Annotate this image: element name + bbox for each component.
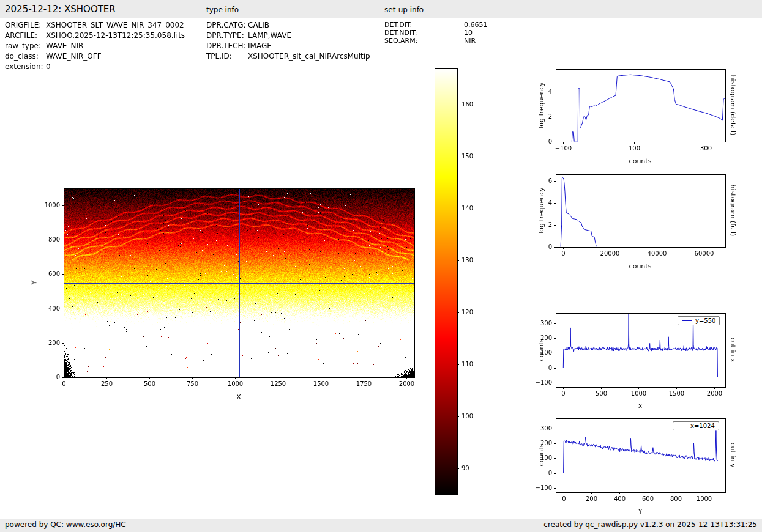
- meta-row-origfile: ORIGFILE:XSHOOTER_SLT_WAVE_NIR_347_0002: [5, 20, 185, 31]
- type-info-block: DPR.CATG:CALIB DPR.TYPE:LAMP,WAVE DPR.TE…: [206, 20, 370, 62]
- histogram-detail-side-label: histogram (detail): [729, 75, 737, 136]
- meta-row-dpr-tech: DPR.TECH:IMAGE: [206, 41, 370, 51]
- meta-value: WAVE_NIR_OFF: [46, 51, 102, 62]
- footer-credit-left: powered by QC: www.eso.org/HC: [5, 520, 126, 529]
- histogram-full-side-label: histogram (full): [729, 185, 737, 237]
- header-bar: 2025-12-12: XSHOOTER type info set-up in…: [0, 0, 762, 18]
- meta-row-extension: extension:0: [5, 62, 185, 72]
- meta-value: XSHOO.2025-12-13T12:25:35.058.fits: [46, 31, 185, 41]
- meta-row-dpr-type: DPR.TYPE:LAMP,WAVE: [206, 31, 370, 41]
- meta-value: 10: [464, 29, 473, 37]
- cut-in-y-side-label: cut in y: [729, 443, 737, 468]
- meta-label: DPR.TECH:: [206, 41, 248, 51]
- meta-label: ORIGFILE:: [5, 20, 46, 31]
- meta-value: NIR: [464, 37, 476, 45]
- setup-info-heading: set-up info: [384, 6, 424, 14]
- meta-row-raw-type: raw_type:WAVE_NIR: [5, 41, 185, 51]
- setup-info-block: DET.DIT:0.6651 DET.NDIT:10 SEQ.ARM:NIR: [384, 21, 488, 45]
- type-info-heading: type info: [206, 6, 239, 14]
- legend-line-sample-icon: [682, 320, 692, 321]
- meta-row-dpr-catg: DPR.CATG:CALIB: [206, 20, 370, 31]
- meta-label: do_class:: [5, 51, 46, 62]
- cut-in-x-x-label: X: [638, 402, 643, 410]
- cut-in-y-x-label: Y: [638, 508, 643, 515]
- meta-label: DPR.TYPE:: [206, 31, 248, 41]
- meta-row-arcfile: ARCFILE:XSHOO.2025-12-13T12:25:35.058.fi…: [5, 31, 185, 41]
- legend-cut-in-y: x=1024: [673, 421, 719, 430]
- legend-cut-in-x: y=550: [678, 316, 720, 325]
- legend-line-sample-icon: [677, 426, 687, 426]
- meta-label: TPL.ID:: [206, 51, 248, 62]
- qc-report-page: 2025-12-12: XSHOOTER type info set-up in…: [0, 0, 762, 532]
- page-title: 2025-12-12: XSHOOTER: [5, 4, 116, 15]
- meta-value: WAVE_NIR: [46, 41, 83, 51]
- meta-value: XSHOOTER_SLT_WAVE_NIR_347_0002: [46, 20, 184, 31]
- detector-x-axis-label: X: [236, 393, 241, 401]
- meta-label: SEQ.ARM:: [384, 37, 464, 45]
- meta-row-det-dit: DET.DIT:0.6651: [384, 21, 488, 29]
- histogram-detail-y-label: log frequency: [537, 82, 545, 128]
- cut-in-x-side-label: cut in x: [729, 338, 737, 363]
- meta-row-do-class: do_class:WAVE_NIR_OFF: [5, 51, 185, 62]
- meta-label: DET.NDIT:: [384, 29, 464, 37]
- histogram-full-x-label: counts: [629, 262, 652, 270]
- legend-label: x=1024: [690, 423, 715, 429]
- footer-credit-right: created by qc_rawdisp.py v1.2.3 on 2025-…: [543, 520, 757, 529]
- meta-value: 0: [46, 62, 51, 72]
- meta-value: CALIB: [248, 20, 269, 31]
- meta-label: DPR.CATG:: [206, 20, 248, 31]
- meta-row-det-ndit: DET.NDIT:10: [384, 29, 488, 37]
- histogram-full-y-label: log frequency: [537, 187, 545, 233]
- meta-row-tpl-id: TPL.ID:XSHOOTER_slt_cal_NIRArcsMultip: [206, 51, 370, 62]
- legend-label: y=550: [695, 317, 715, 324]
- meta-value: XSHOOTER_slt_cal_NIRArcsMultip: [248, 51, 370, 62]
- meta-value: 0.6651: [464, 21, 488, 29]
- cut-in-y-y-label: counts: [537, 444, 545, 467]
- meta-label: extension:: [5, 62, 46, 72]
- meta-label: raw_type:: [5, 41, 46, 51]
- cut-in-x-y-label: counts: [537, 339, 545, 361]
- file-info-block: ORIGFILE:XSHOOTER_SLT_WAVE_NIR_347_0002 …: [5, 20, 185, 72]
- meta-label: ARCFILE:: [5, 31, 46, 41]
- meta-value: IMAGE: [248, 41, 272, 51]
- meta-value: LAMP,WAVE: [248, 31, 291, 41]
- histogram-detail-x-label: counts: [629, 157, 652, 165]
- meta-label: DET.DIT:: [384, 21, 464, 29]
- footer-bar: powered by QC: www.eso.org/HC created by…: [0, 519, 762, 532]
- detector-y-axis-label: Y: [31, 281, 39, 285]
- meta-row-seq-arm: SEQ.ARM:NIR: [384, 37, 488, 45]
